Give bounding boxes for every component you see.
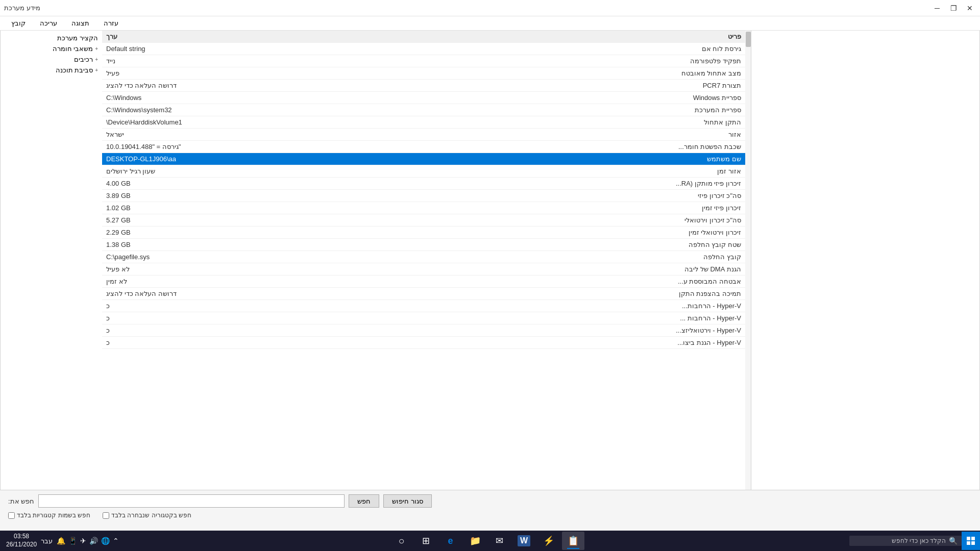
- prop-name-cell: התקן אתחול: [643, 116, 745, 129]
- table-row[interactable]: Hyper-V - הרחבות ...כ: [102, 312, 745, 324]
- taskbar-app-mail[interactable]: ✉: [488, 532, 511, 550]
- table-row[interactable]: התקן אתחול\Device\HarddiskVolume1: [102, 116, 745, 129]
- table-row[interactable]: זיכרון פיזי מותקן (RA...4.00 GB: [102, 178, 745, 190]
- network-icon[interactable]: 🌐: [101, 537, 110, 545]
- checkbox-names-only-label[interactable]: חפש בשמות קטגוריות בלבד: [8, 512, 90, 519]
- taskbar-app-explorer[interactable]: 📁: [464, 532, 486, 550]
- table-row[interactable]: Hyper-V - הגנת ביצו...כ: [102, 337, 745, 349]
- taskbar-app-vm[interactable]: ⊞: [415, 532, 437, 550]
- table-row[interactable]: גירסת לוח אםDefault string: [102, 43, 745, 55]
- prop-value-cell: C:\pagefile.sys: [102, 251, 643, 263]
- taskbar-search-box[interactable]: 🔍 הקלד כאן כדי לחפש: [849, 536, 962, 546]
- title-bar-controls: ✕ ❐ ─: [931, 2, 976, 14]
- checkbox-category-only-label[interactable]: חפש בקטגוריה שנבחרה בלבד: [103, 512, 191, 519]
- svg-rect-1: [971, 537, 975, 540]
- taskbar-app-msinfo[interactable]: 📋: [562, 532, 584, 550]
- right-sidebar: הקציר מערכת + משאבי חומרה + רכיבים + סבי…: [0, 31, 102, 490]
- table-row[interactable]: Hyper-V - וירטואליזצ...כ: [102, 324, 745, 337]
- table-row[interactable]: Hyper-V - הרחבות...כ: [102, 300, 745, 312]
- minimize-button[interactable]: ─: [931, 2, 943, 14]
- notification-icon[interactable]: 🔔: [57, 537, 65, 545]
- language-indicator[interactable]: עבר: [41, 537, 53, 545]
- svg-rect-2: [967, 541, 970, 545]
- table-row[interactable]: אזורישראל: [102, 129, 745, 141]
- table-row[interactable]: זיכרון וירטואלי זמין2.29 GB: [102, 227, 745, 239]
- search-button[interactable]: חפש: [349, 494, 379, 508]
- menu-view[interactable]: תצוגה: [68, 18, 92, 28]
- table-row[interactable]: ספריית המערכתC:\Windows\system32: [102, 104, 745, 116]
- sidebar-item-components[interactable]: + רכיבים: [1, 54, 102, 65]
- close-search-button[interactable]: סגור חיפוש: [383, 494, 432, 508]
- prop-value-cell: דרושה העלאה כדי להציג: [102, 80, 643, 92]
- prop-name-cell: קובץ החלפה: [643, 251, 745, 263]
- maximize-button[interactable]: ❐: [947, 2, 960, 14]
- prop-value-cell: 4.00 GB: [102, 178, 643, 190]
- table-row[interactable]: הגנת DMA של ליבהלא פעיל: [102, 263, 745, 276]
- taskbar-app-search[interactable]: ○: [390, 532, 413, 550]
- prop-value-cell: ישראל: [102, 129, 643, 141]
- prop-value-cell: 1.02 GB: [102, 202, 643, 214]
- prop-name-cell: מצב אתחול מאובטח: [643, 67, 745, 80]
- properties-panel[interactable]: פריטערךגירסת לוח אםDefault stringתפקיד פ…: [102, 31, 745, 490]
- prop-value-cell: 3.89 GB: [102, 190, 643, 202]
- expand-icon: +: [95, 57, 98, 62]
- close-button[interactable]: ✕: [964, 2, 976, 14]
- taskbar-apps: 📋 ⚡ W ✉ 📁 e ⊞ ○: [125, 532, 849, 550]
- airplane-icon[interactable]: ✈: [80, 537, 86, 545]
- prop-name-cell: Hyper-V - הרחבות...: [643, 300, 745, 312]
- table-row[interactable]: ספריית WindowsC:\Windows: [102, 92, 745, 104]
- table-row[interactable]: תצורת PCR7דרושה העלאה כדי להציג: [102, 80, 745, 92]
- sidebar-item-software-env[interactable]: + סביבת תוכנה: [1, 65, 102, 76]
- scroll-thumb[interactable]: [746, 32, 751, 47]
- menu-file[interactable]: קובץ: [8, 18, 29, 28]
- taskbar-clock[interactable]: 03:58 26/11/2020: [6, 533, 37, 548]
- sidebar-item-system-summary[interactable]: הקציר מערכת: [1, 33, 102, 43]
- menu-bar: עזרה תצוגה עריכה קובץ: [0, 16, 980, 31]
- prop-name-cell: סה"כ זיכרון פיזי: [643, 190, 745, 202]
- table-row[interactable]: אזור זמןשעון רגיל ירושלים: [102, 165, 745, 178]
- table-header-row: פריטערך: [102, 31, 745, 43]
- table-row[interactable]: סה"כ זיכרון וירטואלי5.27 GB: [102, 214, 745, 227]
- chevron-up-icon[interactable]: ⌃: [113, 537, 119, 545]
- taskbar-right: ⌃ 🌐 🔊 ✈ 📱 🔔 עבר 03:58 26/11/2020: [0, 533, 125, 548]
- taskbar-app-lightning[interactable]: ⚡: [537, 532, 560, 550]
- prop-name-cell: אזור זמן: [643, 165, 745, 178]
- prop-value-cell: \Device\HarddiskVolume1: [102, 116, 643, 129]
- table-row[interactable]: שם משתמשDESKTOP-GL1J906\aa: [102, 153, 745, 165]
- table-row[interactable]: תפקיד פלטפורמהנייד: [102, 55, 745, 67]
- table-row[interactable]: זיכרון פיזי זמין1.02 GB: [102, 202, 745, 214]
- table-row[interactable]: אבטחה המבוססת ע...לא זמין: [102, 276, 745, 288]
- checkbox-names-only[interactable]: [8, 512, 15, 519]
- menu-help[interactable]: עזרה: [101, 18, 121, 28]
- table-row[interactable]: מצב אתחול מאובטחפעיל: [102, 67, 745, 80]
- prop-name-cell: אזור: [643, 129, 745, 141]
- prop-name-cell: תצורת PCR7: [643, 80, 745, 92]
- table-row[interactable]: תמיכה בהצפנת התקןדרושה העלאה כדי להציג: [102, 288, 745, 300]
- taskbar-app-word[interactable]: W: [513, 532, 535, 550]
- prop-name-cell: הגנת DMA של ליבה: [643, 263, 745, 276]
- clock-time: 03:58: [6, 533, 37, 541]
- taskbar-app-edge[interactable]: e: [439, 532, 462, 550]
- table-row[interactable]: שטח קובץ החלפה1.38 GB: [102, 239, 745, 251]
- prop-value-cell: 5.27 GB: [102, 214, 643, 227]
- table-row[interactable]: קובץ החלפהC:\pagefile.sys: [102, 251, 745, 263]
- prop-value-cell: כ: [102, 324, 643, 337]
- sidebar-item-hardware-resources[interactable]: + משאבי חומרה: [1, 43, 102, 54]
- start-button[interactable]: [962, 532, 980, 550]
- tablet-icon[interactable]: 📱: [68, 537, 77, 545]
- menu-edit[interactable]: עריכה: [37, 18, 60, 28]
- left-panel: [745, 31, 980, 490]
- table-row[interactable]: סה"כ זיכרון פיזי3.89 GB: [102, 190, 745, 202]
- prop-name-cell: Hyper-V - וירטואליזצ...: [643, 324, 745, 337]
- prop-name-cell: תמיכה בהצפנת התקן: [643, 288, 745, 300]
- table-row[interactable]: שכבת הפשטת חומר...גירסה = "10.0.19041.48…: [102, 141, 745, 153]
- search-input[interactable]: [38, 494, 345, 508]
- prop-name-cell: ספריית המערכת: [643, 104, 745, 116]
- sidebar-item-label: הקציר מערכת: [57, 34, 98, 42]
- prop-name-cell: ספריית Windows: [643, 92, 745, 104]
- expand-icon: +: [95, 46, 98, 52]
- checkbox-category-only[interactable]: [103, 512, 109, 519]
- taskbar-search-icon: 🔍: [949, 537, 958, 545]
- prop-value-cell: C:\Windows\system32: [102, 104, 643, 116]
- volume-icon[interactable]: 🔊: [89, 537, 98, 545]
